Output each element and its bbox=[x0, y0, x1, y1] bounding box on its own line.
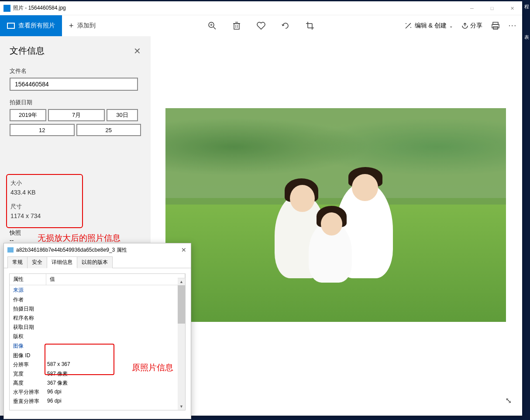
time-row: 12 25 bbox=[10, 124, 141, 136]
date-row: 2019年 7月 30日 bbox=[10, 109, 141, 121]
table-row: 作者 bbox=[10, 295, 185, 304]
share-icon bbox=[461, 22, 468, 29]
shutter-label: 快照 bbox=[10, 229, 21, 237]
svg-line-14 bbox=[409, 23, 411, 25]
chevron-down-icon: ⌄ bbox=[449, 24, 453, 28]
file-icon bbox=[7, 247, 14, 253]
rotate-icon[interactable] bbox=[281, 21, 290, 30]
table-row: 垂直分辨率96 dpi bbox=[10, 397, 185, 406]
highlight-box-enlarged: 大小 433.4 KB 尺寸 1174 x 734 bbox=[6, 174, 83, 228]
properties-table: 属性 值 来源 作者 拍摄日期 程序名称 获取日期 版权 图像 图像 ID 分辨… bbox=[9, 273, 186, 410]
table-row: 图像 ID bbox=[10, 351, 185, 360]
tab-general[interactable]: 常规 bbox=[7, 256, 28, 268]
scroll-thumb[interactable] bbox=[178, 285, 185, 324]
print-icon[interactable] bbox=[491, 22, 500, 30]
photo-content bbox=[165, 108, 506, 322]
more-icon[interactable]: ··· bbox=[509, 22, 517, 30]
maximize-button[interactable]: □ bbox=[482, 1, 502, 15]
bg-text-1: 程 bbox=[524, 3, 529, 10]
year-field[interactable]: 2019年 bbox=[10, 109, 46, 121]
picture-icon bbox=[7, 23, 15, 29]
edit-label: 编辑 & 创建 bbox=[415, 22, 447, 30]
minute-field[interactable]: 25 bbox=[76, 124, 141, 136]
svg-point-16 bbox=[406, 23, 406, 24]
share-label: 分享 bbox=[470, 22, 482, 30]
close-icon[interactable]: ✕ bbox=[134, 46, 141, 56]
group-source: 来源 bbox=[10, 285, 185, 295]
crop-icon[interactable] bbox=[306, 21, 314, 30]
magic-icon bbox=[404, 22, 412, 30]
window-controls: ─ □ ✕ bbox=[462, 1, 522, 15]
col-value[interactable]: 值 bbox=[46, 274, 185, 285]
scrollbar[interactable]: ▲ ▼ bbox=[178, 285, 185, 410]
svg-rect-18 bbox=[493, 22, 498, 24]
svg-line-1 bbox=[213, 27, 216, 29]
favorite-icon[interactable] bbox=[257, 21, 265, 30]
group-image: 图像 bbox=[10, 341, 185, 351]
plus-icon: + bbox=[69, 21, 74, 31]
annotation-enlarged: 无损放大后的照片信息 bbox=[38, 232, 120, 244]
minimize-button[interactable]: ─ bbox=[462, 1, 482, 15]
day-field[interactable]: 30日 bbox=[107, 109, 138, 121]
center-tool-group bbox=[208, 21, 314, 30]
close-button[interactable]: ✕ bbox=[502, 1, 522, 15]
toolbar: 查看所有照片 + 添加到 编辑 & 创建 ⌄ 分享 ··· bbox=[0, 15, 522, 36]
date-label: 拍摄日期 bbox=[10, 99, 141, 106]
properties-titlebar[interactable]: a82b346186b7e44b549936da65cbe8e9_3 属性 ✕ bbox=[4, 243, 191, 256]
svg-point-15 bbox=[410, 27, 411, 28]
size-value: 433.4 KB bbox=[10, 189, 79, 196]
edit-create-button[interactable]: 编辑 & 创建 ⌄ bbox=[404, 22, 453, 30]
svg-rect-4 bbox=[234, 24, 239, 29]
table-row: 拍摄日期 bbox=[10, 304, 185, 314]
hour-field[interactable]: 12 bbox=[10, 124, 75, 136]
scroll-up-icon[interactable]: ▲ bbox=[178, 278, 185, 285]
view-all-label: 查看所有照片 bbox=[18, 22, 55, 30]
size-label: 大小 bbox=[10, 179, 79, 187]
view-all-photos-button[interactable]: 查看所有照片 bbox=[0, 15, 62, 36]
properties-title-text: a82b346186b7e44b549936da65cbe8e9_3 属性 bbox=[16, 246, 127, 254]
tab-previous[interactable]: 以前的版本 bbox=[77, 256, 113, 268]
app-icon bbox=[3, 5, 10, 12]
share-button[interactable]: 分享 bbox=[461, 22, 482, 30]
window-title: 照片 - 1564460584.jpg bbox=[13, 4, 66, 12]
add-to-label: 添加到 bbox=[77, 22, 96, 30]
zoom-icon[interactable] bbox=[208, 21, 217, 30]
add-to-button[interactable]: + 添加到 bbox=[62, 15, 103, 36]
table-row: 版权 bbox=[10, 332, 185, 341]
dim-value: 1174 x 734 bbox=[10, 212, 79, 219]
table-row: 获取日期 bbox=[10, 323, 185, 332]
filename-label: 文件名 bbox=[10, 67, 141, 75]
bg-text-2: 表 bbox=[524, 34, 529, 41]
titlebar: 照片 - 1564460584.jpg ─ □ ✕ bbox=[0, 1, 522, 15]
close-icon[interactable]: ✕ bbox=[181, 246, 186, 253]
table-row: 高度367 像素 bbox=[10, 379, 185, 388]
table-row: 程序名称 bbox=[10, 314, 185, 323]
col-property[interactable]: 属性 bbox=[10, 274, 46, 285]
scroll-down-icon[interactable]: ▼ bbox=[178, 403, 185, 410]
annotation-original: 原照片信息 bbox=[132, 362, 173, 373]
tab-details[interactable]: 详细信息 bbox=[47, 256, 77, 268]
properties-dialog: a82b346186b7e44b549936da65cbe8e9_3 属性 ✕ … bbox=[3, 243, 191, 419]
tabs: 常规 安全 详细信息 以前的版本 bbox=[4, 256, 191, 268]
fullscreen-icon[interactable]: ⤢ bbox=[504, 397, 513, 404]
tab-security[interactable]: 安全 bbox=[27, 256, 47, 268]
filename-field[interactable] bbox=[10, 78, 138, 91]
table-header: 属性 值 bbox=[10, 274, 185, 285]
month-field[interactable]: 7月 bbox=[48, 109, 105, 121]
info-panel-title: 文件信息 bbox=[10, 45, 45, 57]
right-tool-group: 编辑 & 创建 ⌄ 分享 ··· bbox=[404, 22, 517, 30]
table-row: 水平分辨率96 dpi bbox=[10, 388, 185, 397]
delete-icon[interactable] bbox=[232, 21, 241, 30]
photo-viewer[interactable]: ⤢ bbox=[151, 36, 522, 416]
dim-label: 尺寸 bbox=[10, 203, 79, 211]
